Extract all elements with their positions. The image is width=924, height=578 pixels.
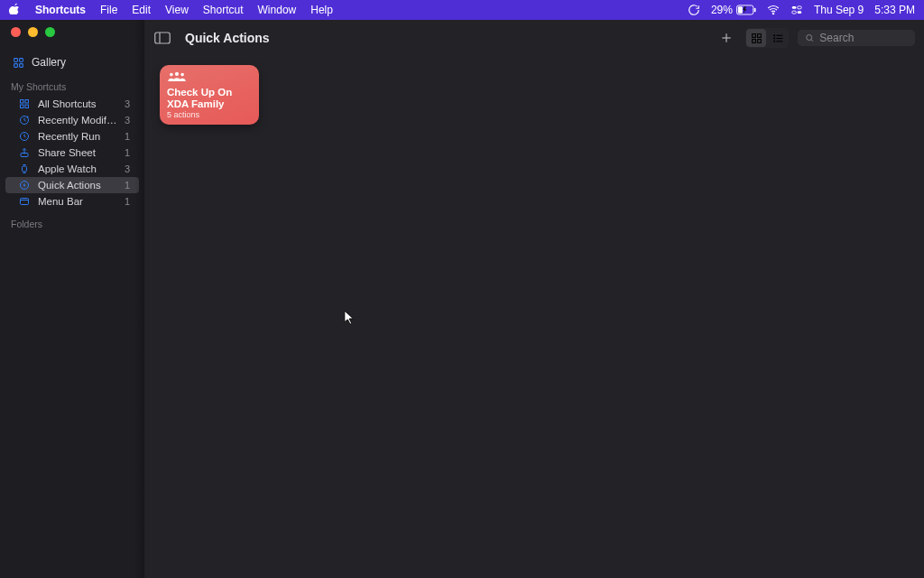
sidebar-item-label: Recently Modified [38, 115, 117, 126]
svg-rect-2 [754, 8, 756, 13]
main-area: Quick Actions [144, 20, 924, 578]
menu-edit[interactable]: Edit [132, 4, 151, 16]
view-list-button[interactable] [768, 29, 788, 47]
svg-rect-13 [25, 100, 29, 104]
svg-point-37 [773, 41, 774, 42]
svg-rect-12 [21, 100, 24, 104]
svg-rect-5 [798, 6, 802, 9]
sidebar-item-apple-watch[interactable]: Apple Watch 3 [5, 161, 139, 177]
svg-rect-9 [20, 58, 23, 61]
share-icon [18, 147, 31, 158]
shortcut-card[interactable]: Check Up On XDA Family 5 actions [160, 65, 259, 125]
sidebar-section-folders: Folders [0, 210, 144, 231]
watch-icon [18, 163, 31, 174]
app-name[interactable]: Shortcuts [35, 4, 86, 16]
svg-rect-6 [792, 11, 797, 14]
bolt-icon [18, 180, 31, 191]
search-icon [805, 33, 814, 43]
menubar-time[interactable]: 5:33 PM [874, 4, 915, 16]
page-title: Quick Actions [185, 31, 270, 45]
svg-point-42 [180, 73, 184, 77]
sidebar-item-label: Apple Watch [38, 163, 117, 174]
sidebar-item-menu-bar[interactable]: Menu Bar 1 [5, 193, 139, 210]
sidebar-item-count: 3 [125, 163, 130, 174]
view-grid-button[interactable] [746, 29, 766, 47]
menubar-date[interactable]: Thu Sep 9 [814, 4, 864, 16]
clock-icon [18, 131, 31, 142]
svg-point-40 [170, 73, 173, 77]
sidebar-gallery-label: Gallery [32, 56, 66, 69]
svg-rect-29 [757, 33, 761, 37]
sidebar-list: All Shortcuts 3 Recently Modified 3 Rece… [0, 96, 144, 210]
menu-window[interactable]: Window [258, 4, 297, 16]
zoom-window-button[interactable] [45, 27, 55, 37]
new-shortcut-button[interactable] [716, 28, 736, 48]
control-center-icon[interactable] [790, 4, 803, 16]
content-grid: Check Up On XDA Family 5 actions [145, 56, 924, 578]
minimize-window-button[interactable] [28, 27, 38, 37]
svg-rect-10 [14, 63, 18, 67]
app-window: Gallery My Shortcuts All Shortcuts 3 Rec… [0, 20, 924, 578]
search-field[interactable] [798, 30, 915, 46]
menu-view[interactable]: View [165, 4, 189, 16]
svg-rect-20 [23, 166, 27, 172]
svg-rect-28 [752, 33, 755, 37]
svg-point-38 [807, 35, 812, 41]
svg-rect-11 [20, 63, 23, 67]
svg-rect-24 [155, 33, 171, 43]
sidebar-item-share-sheet[interactable]: Share Sheet 1 [5, 144, 139, 161]
battery-status[interactable]: 29% [711, 4, 756, 16]
shortcut-card-subtitle: 5 actions [167, 110, 252, 119]
svg-rect-1 [738, 6, 743, 13]
sidebar-item-all-shortcuts[interactable]: All Shortcuts 3 [5, 96, 139, 112]
sidebar-item-count: 1 [125, 131, 130, 142]
battery-icon [736, 5, 756, 15]
menu-shortcut[interactable]: Shortcut [203, 4, 244, 16]
view-mode-segmented [745, 28, 789, 48]
svg-rect-30 [752, 39, 755, 42]
sidebar: Gallery My Shortcuts All Shortcuts 3 Rec… [0, 20, 144, 578]
sidebar-item-count: 1 [125, 180, 130, 191]
time-machine-icon[interactable] [688, 4, 700, 16]
sidebar-section-my-shortcuts: My Shortcuts [0, 74, 144, 94]
sidebar-item-label: Quick Actions [38, 180, 117, 191]
sidebar-item-recently-run[interactable]: Recently Run 1 [5, 128, 139, 144]
toggle-sidebar-button[interactable] [154, 32, 171, 44]
search-input[interactable] [819, 32, 908, 44]
grid-icon [18, 98, 31, 109]
clock-dot-icon [18, 115, 31, 126]
toolbar: Quick Actions [145, 20, 924, 56]
window-traffic-lights [11, 27, 55, 37]
gallery-icon [13, 57, 24, 69]
wifi-icon[interactable] [767, 4, 780, 16]
shortcut-card-title: Check Up On XDA Family [167, 87, 252, 110]
sidebar-item-count: 1 [125, 147, 130, 158]
sidebar-item-label: Share Sheet [38, 147, 117, 158]
svg-rect-14 [21, 105, 24, 108]
sidebar-item-label: Menu Bar [38, 196, 117, 207]
sidebar-gallery[interactable]: Gallery [0, 52, 144, 74]
svg-line-39 [811, 40, 813, 42]
battery-percent-label: 29% [711, 4, 733, 16]
menubar-status: 29% Thu Sep 9 5:33 PM [688, 4, 915, 16]
menubar-left: Shortcuts File Edit View Shortcut Window… [9, 3, 333, 17]
svg-point-36 [773, 37, 774, 38]
sidebar-item-recently-modified[interactable]: Recently Modified 3 [5, 112, 139, 128]
svg-rect-7 [798, 11, 802, 14]
svg-point-35 [773, 34, 774, 35]
people-icon [167, 70, 187, 87]
menu-help[interactable]: Help [310, 4, 333, 16]
sidebar-item-count: 3 [125, 98, 130, 109]
svg-rect-15 [25, 105, 29, 108]
sidebar-item-quick-actions[interactable]: Quick Actions 1 [5, 177, 139, 193]
sidebar-item-label: All Shortcuts [38, 98, 117, 109]
svg-rect-8 [14, 58, 18, 61]
svg-rect-31 [757, 39, 761, 42]
close-window-button[interactable] [11, 27, 21, 37]
system-menubar: Shortcuts File Edit View Shortcut Window… [0, 0, 924, 20]
apple-menu-icon[interactable] [9, 3, 21, 17]
svg-point-17 [27, 117, 29, 118]
menu-file[interactable]: File [100, 4, 117, 16]
cursor-icon [344, 310, 356, 326]
menubar-icon [18, 196, 31, 207]
